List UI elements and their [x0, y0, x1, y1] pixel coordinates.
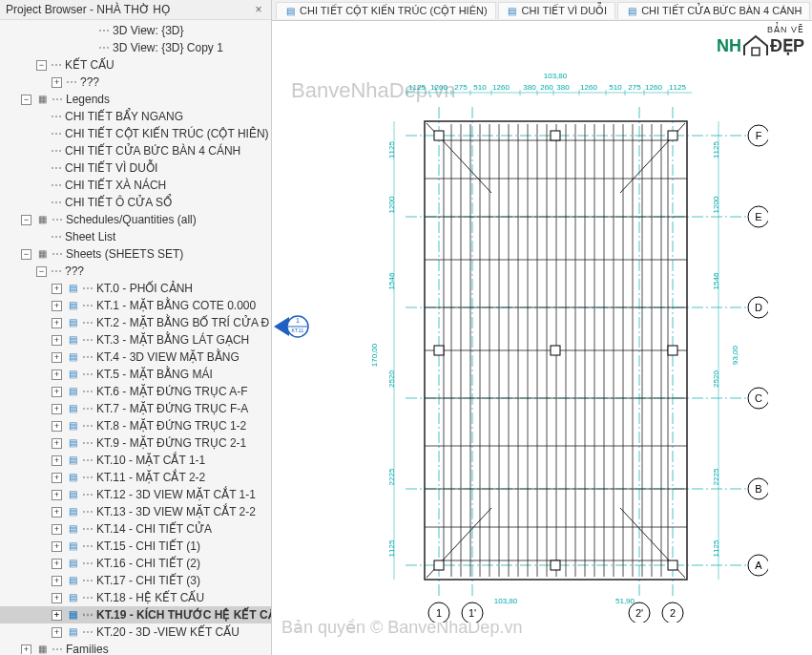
- tree-label: KT.5 - MẶT BẰNG MÁI: [82, 367, 213, 382]
- tree-item[interactable]: −▦Schedules/Quantities (all): [0, 211, 271, 228]
- expander-icon[interactable]: +: [52, 335, 62, 346]
- sheet-icon: ▤: [66, 625, 79, 639]
- tree-item[interactable]: +▦Families: [0, 641, 271, 654]
- tree-item[interactable]: +▤KT.13 - 3D VIEW MẶT CẮT 2-2: [0, 503, 271, 520]
- tree-item[interactable]: 3D View: {3D}: [0, 22, 271, 39]
- tree-item[interactable]: 3D View: {3D} Copy 1: [0, 39, 271, 56]
- expander-icon[interactable]: +: [52, 77, 62, 88]
- drawing-area[interactable]: BẢN VẼ NH ĐẸP BanveNhaDep.vn Bản quyền ©…: [272, 21, 812, 655]
- grid-row-bubbles: FEDCBA: [748, 125, 768, 576]
- tree-item[interactable]: +▤KT.10 - MẶT CẮT 1-1: [0, 452, 271, 469]
- tree-item[interactable]: +▤KT.6 - MẶT ĐỨNG TRỤC A-F: [0, 383, 271, 400]
- tree-item[interactable]: CHI TIẾT VÌ DUỖI: [0, 159, 271, 177]
- svg-text:2': 2': [635, 607, 643, 619]
- tree-item[interactable]: Sheet List: [0, 228, 271, 245]
- expander-icon[interactable]: +: [52, 352, 62, 363]
- tree-item[interactable]: +???: [0, 74, 271, 91]
- tree-item[interactable]: +▤KT.3 - MẶT BẰNG LÁT GẠCH: [0, 331, 271, 349]
- tree-item[interactable]: +▤KT.20 - 3D -VIEW KẾT CẤU: [0, 623, 271, 641]
- expander-icon[interactable]: +: [52, 541, 62, 552]
- sheet-icon: ▤: [66, 454, 79, 467]
- tree-label: KT.6 - MẶT ĐỨNG TRỤC A-F: [82, 384, 248, 399]
- view-tab[interactable]: ▤CHI TIẾT VÌ DUỖI: [498, 2, 616, 19]
- sheet-icon: ▤: [66, 385, 79, 398]
- svg-text:260: 260: [540, 83, 553, 92]
- tree-item[interactable]: +▤KT.2 - MẶT BẰNG BỐ TRÍ CỬA Đ: [0, 314, 271, 331]
- tree-item[interactable]: CHI TIẾT BẨY NGANG: [0, 108, 271, 125]
- svg-rect-70: [434, 131, 444, 140]
- expander-icon[interactable]: +: [52, 438, 62, 449]
- tree-item[interactable]: +▤KT.7 - MẶT ĐỨNG TRỤC F-A: [0, 400, 271, 417]
- project-tree[interactable]: 3D View: {3D}3D View: {3D} Copy 1−KẾT CẤ…: [0, 20, 271, 654]
- sheet-icon: ▤: [66, 419, 79, 433]
- tab-icon: ▤: [507, 5, 518, 16]
- expander-icon[interactable]: +: [52, 627, 62, 638]
- close-icon[interactable]: ×: [252, 3, 265, 16]
- expander-icon[interactable]: −: [21, 95, 31, 105]
- tree-item[interactable]: −▦Legends: [0, 91, 271, 108]
- view-tab[interactable]: ▤CHI TIẾT CỬA BỨC BÀN 4 CÁNH: [617, 2, 810, 19]
- tree-item[interactable]: CHI TIẾT XÀ NÁCH: [0, 177, 271, 194]
- expander-icon[interactable]: +: [52, 284, 62, 294]
- view-tab[interactable]: ▤CHI TIẾT CỘT KIẾN TRÚC (CỘT HIÊN): [276, 2, 496, 19]
- expander-icon[interactable]: +: [52, 507, 62, 518]
- tree-item[interactable]: +▤KT.15 - CHI TIẾT (1): [0, 538, 271, 555]
- sheet-icon: ▤: [66, 522, 79, 536]
- tree-item[interactable]: −???: [0, 263, 271, 280]
- expander-icon[interactable]: +: [52, 576, 62, 586]
- sheet-icon: ▤: [66, 608, 79, 622]
- tree-item[interactable]: +▤KT.16 - CHI TIẾT (2): [0, 555, 271, 572]
- tree-item[interactable]: +▤KT.18 - HỆ KẾT CẤU: [0, 589, 271, 606]
- tree-item[interactable]: −▦Sheets (SHEETS SET): [0, 245, 271, 263]
- expander-icon[interactable]: +: [52, 593, 62, 603]
- expander-icon[interactable]: +: [52, 387, 62, 397]
- structural-plan: FEDCBA 11'2'2: [348, 69, 768, 623]
- svg-text:2520: 2520: [712, 370, 720, 388]
- tree-item[interactable]: +▤KT.1 - MẶT BẰNG COTE 0.000: [0, 297, 271, 314]
- sheet-icon: ▤: [66, 436, 79, 450]
- tree-item[interactable]: +▤KT.19 - KÍCH THƯỚC HỆ KẾT CẤ: [0, 606, 271, 623]
- tree-item[interactable]: +▤KT.9 - MẶT ĐỨNG TRỤC 2-1: [0, 434, 271, 452]
- tree-item[interactable]: +▤KT.17 - CHI TIẾT (3): [0, 572, 271, 589]
- expander-icon[interactable]: +: [52, 490, 62, 500]
- expander-icon[interactable]: −: [21, 215, 31, 225]
- grid-col-bubbles: 11'2'2: [428, 602, 683, 623]
- expander-icon[interactable]: −: [36, 60, 47, 71]
- expander-icon[interactable]: −: [36, 266, 47, 277]
- tree-label: KT.2 - MẶT BẰNG BỐ TRÍ CỬA Đ: [82, 315, 269, 330]
- svg-text:C: C: [755, 392, 762, 404]
- tree-item[interactable]: +▤KT.0 - PHỐI CẢNH: [0, 280, 271, 297]
- tree-label: CHI TIẾT XÀ NÁCH: [51, 178, 166, 193]
- tree-item[interactable]: +▤KT.11 - MẶT CẮT 2-2: [0, 469, 271, 486]
- tree-item[interactable]: CHI TIẾT Ô CỬA SỔ: [0, 194, 271, 211]
- expander-icon[interactable]: +: [52, 318, 62, 328]
- expander-icon[interactable]: +: [52, 301, 62, 311]
- tree-item[interactable]: +▤KT.12 - 3D VIEW MẶT CẮT 1-1: [0, 486, 271, 503]
- tree-item[interactable]: CHI TIẾT CỘT KIẾN TRÚC (CỘT HIÊN): [0, 125, 271, 142]
- tree-item[interactable]: +▤KT.5 - MẶT BẰNG MÁI: [0, 366, 271, 383]
- expander-icon[interactable]: +: [52, 524, 62, 535]
- expander-icon[interactable]: +: [52, 421, 62, 432]
- expander-icon[interactable]: +: [52, 370, 62, 380]
- tree-item[interactable]: +▤KT.14 - CHI TIẾT CỬA: [0, 520, 271, 538]
- expander-icon[interactable]: −: [21, 249, 31, 260]
- expander-icon[interactable]: +: [52, 610, 62, 621]
- expander-icon[interactable]: +: [52, 473, 62, 483]
- brand-logo: BẢN VẼ NH ĐẸP: [717, 25, 804, 57]
- tree-label: KT.15 - CHI TIẾT (1): [82, 539, 200, 554]
- expander-icon[interactable]: +: [21, 644, 31, 655]
- tab-icon: ▤: [284, 5, 296, 16]
- sidebar-header: Project Browser - NHÀ THỜ HỌ ×: [0, 0, 271, 20]
- tree-label: KT.0 - PHỐI CẢNH: [82, 281, 193, 296]
- sheet-icon: ▤: [66, 591, 79, 604]
- tree-label: CHI TIẾT CỘT KIẾN TRÚC (CỘT HIÊN): [51, 126, 269, 141]
- tree-item[interactable]: CHI TIẾT CỬA BỨC BÀN 4 CÁNH: [0, 142, 271, 159]
- tree-item[interactable]: +▤KT.8 - MẶT ĐỨNG TRỤC 1-2: [0, 417, 271, 434]
- logo-brand2: ĐẸP: [770, 35, 804, 56]
- expander-icon[interactable]: +: [52, 455, 62, 466]
- tree-item[interactable]: +▤KT.4 - 3D VIEW MẶT BẰNG: [0, 349, 271, 366]
- dim-bottom-2: 51,90: [615, 597, 635, 605]
- tree-item[interactable]: −KẾT CẤU: [0, 56, 271, 74]
- expander-icon[interactable]: +: [52, 559, 62, 569]
- expander-icon[interactable]: +: [52, 404, 62, 414]
